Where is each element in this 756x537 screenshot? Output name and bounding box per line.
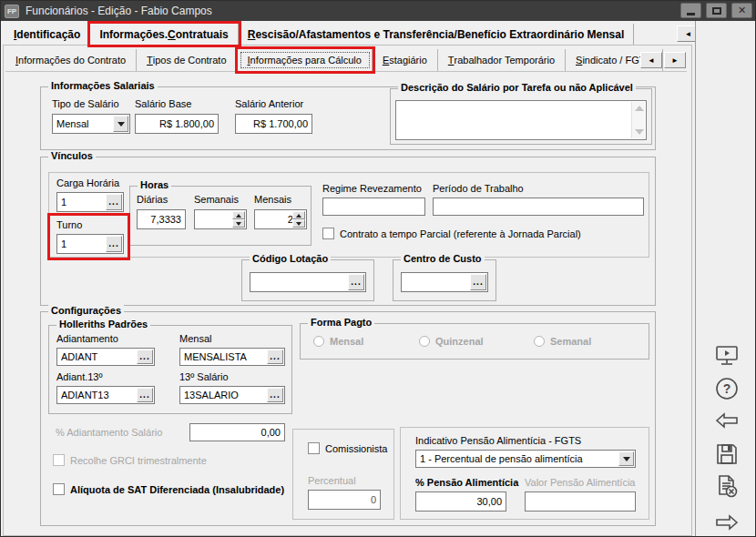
group-holleriths-padroes: Holleriths Padrões Adiantamento ADIANT .… bbox=[48, 325, 292, 414]
salary-description-textarea[interactable] bbox=[395, 100, 647, 140]
monthly-hours-stepper[interactable]: 220 bbox=[254, 209, 307, 229]
checkbox-icon bbox=[308, 442, 320, 454]
shift-field[interactable]: 1 ... bbox=[56, 234, 124, 254]
cost-center-field[interactable]: ... bbox=[401, 272, 488, 292]
work-period-field[interactable] bbox=[433, 198, 644, 216]
group-descricao-salario: Descrição do Salário por Tarefa ou não A… bbox=[390, 88, 652, 145]
previous-arrow-icon[interactable] bbox=[714, 410, 740, 431]
alimony-indicator-label: Indicativo Pensão Alimentícia - FGTS bbox=[415, 435, 581, 446]
comissionista-checkbox[interactable]: Comissionista bbox=[308, 442, 387, 454]
group-configuracoes: Configurações Holleriths Padrões Adianta… bbox=[40, 311, 656, 526]
cost-center-lookup-icon[interactable]: ... bbox=[470, 274, 486, 290]
tab-identificacao[interactable]: Identificação bbox=[5, 24, 90, 45]
subtab-estagiario[interactable]: Estagiário bbox=[373, 49, 438, 71]
close-button[interactable]: ✕ bbox=[731, 3, 752, 18]
alimony-percent-field[interactable]: 30,00 bbox=[415, 491, 506, 512]
group-horas: Horas Diárias 7,3333 Semanais 44 Mensais bbox=[129, 186, 312, 246]
checkbox-icon bbox=[53, 483, 65, 495]
radio-icon bbox=[419, 336, 430, 347]
partial-contract-checkbox[interactable]: Contrato a tempo Parcial (referente à Jo… bbox=[322, 228, 581, 239]
sub-tab-scroll-left-icon[interactable]: ◄ bbox=[640, 52, 662, 68]
maximize-button[interactable] bbox=[706, 3, 727, 18]
video-tutorial-icon[interactable] bbox=[714, 343, 740, 369]
salary13-field[interactable]: 13SALARIO ... bbox=[179, 386, 285, 404]
radio-mensal: Mensal bbox=[313, 336, 363, 347]
textarea-scrollbar[interactable] bbox=[631, 102, 645, 138]
advance13-field[interactable]: ADIANT13 ... bbox=[56, 386, 155, 404]
advance-lookup-icon[interactable]: ... bbox=[137, 350, 153, 364]
spin-down-icon[interactable] bbox=[232, 219, 245, 228]
previous-salary-field[interactable]: R$ 1.700,00 bbox=[235, 114, 312, 134]
group-label: Código Lotação bbox=[250, 253, 331, 264]
next-arrow-icon[interactable] bbox=[714, 512, 740, 532]
panel-indicativo-pensao: Indicativo Pensão Alimentícia - FGTS 1 -… bbox=[400, 427, 649, 520]
window-controls: ✕ bbox=[680, 3, 752, 18]
sub-tab-scroll-right-icon[interactable]: ► bbox=[664, 52, 686, 68]
group-label: Descrição do Salário por Tarefa ou não A… bbox=[398, 82, 636, 93]
base-salary-field[interactable]: R$ 1.800,00 bbox=[135, 114, 219, 134]
alimony-percent-label: % Pensão Alimentícia bbox=[415, 477, 518, 488]
advance13-lookup-icon[interactable]: ... bbox=[137, 388, 153, 402]
minimize-icon bbox=[687, 13, 695, 15]
shift-regime-field[interactable] bbox=[322, 198, 425, 216]
radio-quinzenal: Quinzenal bbox=[419, 336, 484, 347]
sub-tab-strip: Informações do Contrato Tipos de Contrat… bbox=[5, 49, 687, 72]
help-icon[interactable]: ? bbox=[714, 376, 740, 401]
dropdown-arrow-icon[interactable] bbox=[618, 451, 634, 466]
percentual-label: Percentual bbox=[308, 475, 356, 486]
advance-percent-field: 0,00 bbox=[189, 423, 285, 441]
advance13-label: Adiant.13º bbox=[56, 371, 103, 382]
monthly-spinner bbox=[292, 211, 305, 228]
shift-regime-label: Regime Revezamento bbox=[322, 183, 422, 194]
window-title: Funcionários - Edição - Fabio Campos bbox=[26, 5, 212, 17]
advance-field[interactable]: ADIANT ... bbox=[56, 348, 155, 366]
workload-label: Carga Horária bbox=[56, 177, 119, 188]
minimize-button[interactable] bbox=[680, 3, 701, 18]
allocation-code-field[interactable]: ... bbox=[250, 272, 366, 292]
monthly-lookup-icon[interactable]: ... bbox=[267, 350, 283, 364]
daily-hours-field[interactable]: 7,3333 bbox=[137, 209, 186, 229]
save-icon[interactable] bbox=[714, 441, 740, 467]
sat-checkbox[interactable]: Alíquota de SAT Diferenciada (Insalubrid… bbox=[53, 483, 284, 495]
group-vinculos: Vínculos Carga Horária 1 ... Turno 1 ...… bbox=[40, 157, 656, 306]
radio-semanal: Semanal bbox=[534, 336, 591, 347]
spin-down-icon[interactable] bbox=[292, 219, 305, 228]
workload-field[interactable]: 1 ... bbox=[56, 192, 124, 212]
group-label: Holleriths Padrões bbox=[56, 319, 150, 329]
close-icon: ✕ bbox=[738, 5, 746, 16]
monthly-hollerith-field[interactable]: MENSALISTA ... bbox=[179, 348, 285, 366]
alimony-indicator-select[interactable]: 1 - Percentual de pensão alimentícia bbox=[415, 450, 636, 468]
tab-rescisao-afastamentos[interactable]: Rescisão/Afastamentos e Transferência/Be… bbox=[239, 24, 635, 45]
spin-up-icon[interactable] bbox=[292, 211, 305, 219]
monthly-hollerith-label: Mensal bbox=[179, 333, 211, 344]
tab-page: Informações do Contrato Tipos de Contrat… bbox=[3, 45, 692, 536]
maximize-icon bbox=[712, 7, 721, 15]
weekly-hours-stepper[interactable]: 44 bbox=[194, 209, 247, 229]
shift-lookup-icon[interactable]: ... bbox=[106, 236, 122, 252]
subtab-informacoes-do-contrato[interactable]: Informações do Contrato bbox=[5, 49, 137, 71]
salary13-label: 13º Salário bbox=[179, 371, 229, 382]
checkbox-icon bbox=[322, 228, 334, 239]
subtab-informacoes-para-calculo[interactable]: Informações para Cálculo bbox=[238, 49, 373, 71]
allocation-lookup-icon[interactable]: ... bbox=[348, 274, 364, 290]
group-centro-de-custo: Centro de Custo ... bbox=[393, 259, 496, 301]
previous-salary-label: Salário Anterior bbox=[235, 98, 303, 109]
tab-informacoes-contratuais[interactable]: Informações. Contratuais bbox=[90, 24, 238, 45]
shift-label: Turno bbox=[56, 219, 82, 230]
group-label: Centro de Custo bbox=[401, 253, 485, 264]
work-period-label: Período de Trabalho bbox=[433, 183, 524, 194]
workload-lookup-icon[interactable]: ... bbox=[106, 194, 122, 210]
subtab-tipos-de-contrato[interactable]: Tipos de Contrato bbox=[137, 49, 237, 71]
panel-comissionista: Comissionista Percentual 0 bbox=[292, 429, 394, 520]
salary-type-select[interactable]: Mensal bbox=[52, 114, 130, 134]
subtab-trabalhador-temporario[interactable]: Trabalhador Temporário bbox=[438, 49, 566, 71]
group-label: Informações Salariais bbox=[48, 80, 158, 91]
spin-up-icon[interactable] bbox=[232, 211, 245, 219]
base-salary-label: Salário Base bbox=[135, 98, 191, 109]
group-informacoes-salariais: Informações Salariais Tipo de Salário Me… bbox=[40, 86, 656, 150]
dropdown-arrow-icon[interactable] bbox=[113, 116, 128, 132]
alimony-value-field bbox=[525, 491, 636, 512]
salary13-lookup-icon[interactable]: ... bbox=[267, 388, 283, 402]
cancel-document-icon[interactable] bbox=[714, 474, 740, 500]
alimony-value-label: Valor Pensão Alimentícia bbox=[525, 477, 635, 488]
